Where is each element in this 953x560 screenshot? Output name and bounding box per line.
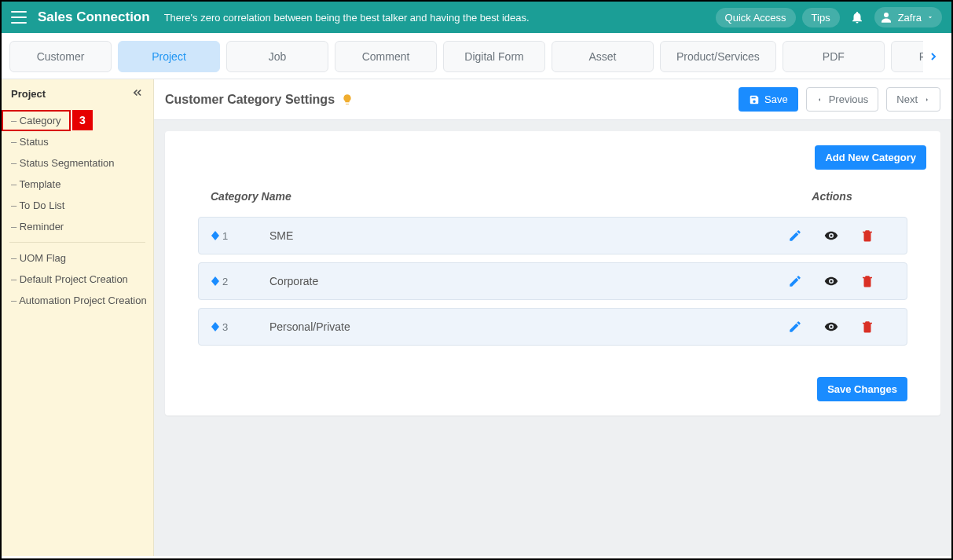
sidebar: Project Category3StatusStatus Segmentati… (2, 79, 154, 556)
tab-asset[interactable]: Asset (552, 41, 654, 72)
row-category-name: Corporate (254, 275, 768, 287)
tab-project[interactable]: Project (118, 41, 220, 72)
tab-comment[interactable]: Comment (335, 41, 437, 72)
edit-icon[interactable] (788, 229, 802, 243)
svg-point-0 (884, 13, 889, 17)
tab-digital-form[interactable]: Digital Form (443, 41, 545, 72)
delete-icon[interactable] (860, 229, 874, 243)
delete-icon[interactable] (860, 320, 874, 334)
user-name: Zafra (898, 12, 922, 24)
top-header: Sales Connection There's zero correlatio… (2, 2, 951, 33)
col-actions: Actions (769, 190, 895, 203)
next-button[interactable]: Next (886, 87, 940, 112)
row-category-name: Personal/Private (254, 320, 768, 333)
sidebar-item-uom-flag[interactable]: UOM Flag (2, 247, 153, 269)
category-card: Add New Category Category Name Actions 1… (165, 131, 940, 415)
row-order-handle[interactable]: 3 (211, 321, 254, 333)
edit-icon[interactable] (788, 320, 802, 334)
sidebar-item-default-project-creation[interactable]: Default Project Creation (2, 269, 153, 290)
chevron-down-icon (926, 13, 934, 21)
avatar-icon (879, 10, 893, 24)
sidebar-item-automation-project-creation[interactable]: Automation Project Creation (2, 290, 153, 311)
row-number: 1 (222, 230, 228, 242)
menu-icon[interactable] (11, 11, 27, 24)
sort-icon (211, 276, 219, 286)
sidebar-item-category[interactable]: Category (2, 110, 71, 131)
view-icon[interactable] (824, 274, 838, 288)
row-order-handle[interactable]: 2 (211, 276, 254, 287)
header-tagline: There's zero correlation between being t… (164, 12, 716, 24)
edit-icon[interactable] (788, 274, 802, 288)
view-icon[interactable] (824, 229, 838, 243)
add-new-category-button[interactable]: Add New Category (815, 145, 926, 170)
category-row: 2 Corporate (198, 262, 907, 300)
sidebar-item-reminder[interactable]: Reminder (2, 216, 153, 237)
sidebar-item-template[interactable]: Template (2, 174, 153, 195)
sidebar-divider (9, 242, 145, 243)
row-number: 3 (222, 321, 228, 333)
row-category-name: SME (254, 229, 768, 242)
content-toolbar: Customer Category Settings Save Previous… (154, 79, 951, 120)
col-category-name: Category Name (211, 190, 769, 203)
hint-bulb-icon[interactable] (341, 93, 354, 106)
tab-bar: CustomerProjectJobCommentDigital FormAss… (2, 33, 951, 79)
tab-pdf[interactable]: PDF (783, 41, 885, 72)
sidebar-item-status[interactable]: Status (2, 131, 153, 152)
tab-product-services[interactable]: Product/Services (660, 41, 776, 72)
notifications-icon[interactable] (846, 6, 868, 28)
caret-right-icon (924, 96, 930, 104)
sidebar-item-to-do-list[interactable]: To Do List (2, 195, 153, 216)
tab-customer[interactable]: Customer (9, 41, 112, 72)
view-icon[interactable] (824, 320, 838, 334)
tabs-scroll-right[interactable] (923, 50, 944, 63)
sort-icon (211, 322, 219, 331)
category-row: 1 SME (198, 217, 907, 254)
category-row: 3 Personal/Private (198, 308, 907, 346)
content-area: Customer Category Settings Save Previous… (154, 79, 951, 556)
previous-button[interactable]: Previous (806, 87, 879, 112)
quick-access-button[interactable]: Quick Access (716, 8, 796, 27)
annotation-badge: 3 (72, 110, 93, 130)
sort-icon (211, 231, 219, 240)
table-header: Category Name Actions (179, 184, 926, 209)
tab-public-fo[interactable]: Public Fo (891, 41, 923, 72)
page-title: Customer Category Settings (165, 93, 335, 107)
save-button[interactable]: Save (739, 87, 798, 112)
delete-icon[interactable] (860, 274, 874, 288)
brand-title: Sales Connection (38, 9, 150, 25)
sidebar-title: Project (11, 88, 46, 100)
tips-button[interactable]: Tips (802, 8, 840, 27)
tab-job[interactable]: Job (226, 41, 328, 72)
row-order-handle[interactable]: 1 (211, 230, 254, 242)
collapse-sidebar-icon[interactable] (131, 87, 144, 101)
save-icon (749, 94, 760, 105)
user-menu[interactable]: Zafra (874, 7, 942, 27)
row-number: 2 (222, 276, 228, 287)
sidebar-item-status-segmentation[interactable]: Status Segmentation (2, 152, 153, 174)
save-changes-button[interactable]: Save Changes (817, 377, 907, 401)
caret-left-icon (816, 96, 823, 104)
